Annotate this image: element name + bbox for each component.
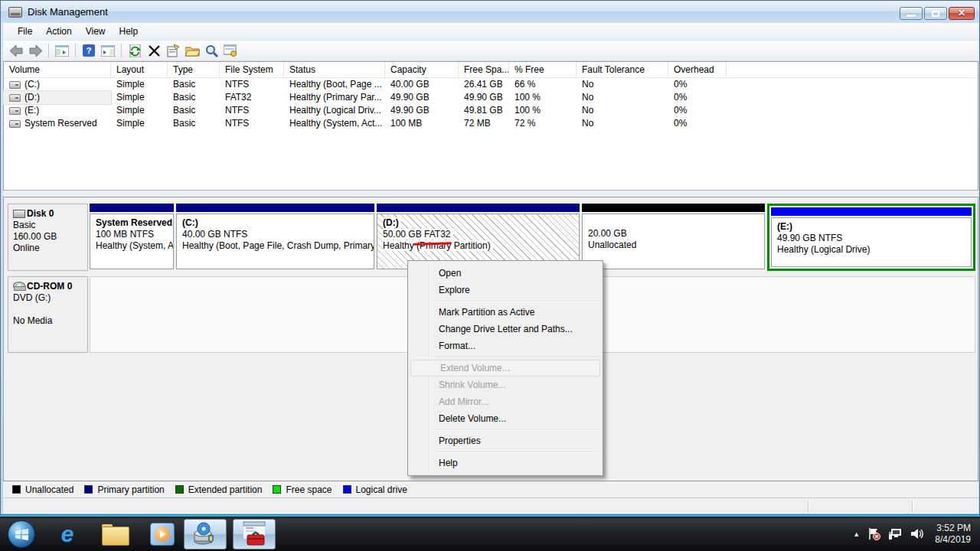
menu-item-format[interactable]: Format... [410,337,601,354]
pane-splitter[interactable] [3,190,978,197]
disk-icon [13,210,25,218]
col-status[interactable]: Status [284,62,385,78]
volume-list: Volume Layout Type File System Status Ca… [3,61,978,190]
table-cell: 100 % [509,104,577,117]
delete-icon[interactable] [145,42,162,59]
legend-extended-partition: Extended partition [175,484,263,495]
internet-explorer-icon[interactable]: e [52,519,83,549]
table-cell: Basic [168,117,220,130]
table-cell: No [577,117,668,130]
legend-primary-partition: Primary partition [84,484,164,495]
show-action-pane-icon[interactable] [100,42,116,59]
cdrom-header[interactable]: CD-ROM 0 DVD (G:) No Media [8,276,88,353]
minimize-button[interactable] [900,7,923,20]
action-center-flag-icon[interactable] [867,527,880,540]
table-cell: (D:) [4,91,111,104]
col-pct-free[interactable]: % Free [509,62,577,78]
partition-label: (C:) [182,217,198,228]
table-cell: Healthy (Primary Par... [284,91,385,104]
table-cell: 49.81 GB [459,104,509,117]
table-cell: Healthy (System, Act... [284,117,385,130]
partition-size: 20.00 GB [588,228,764,240]
partition-size: 49.90 GB NTFS [777,233,971,244]
table-cell: FAT32 [220,91,284,104]
partition-size: 100 MB NTFS [96,229,173,240]
menu-item-open[interactable]: Open [410,265,601,282]
table-cell: Healthy (Boot, Page ... [284,78,385,91]
menu-item-add-mirror[interactable]: Add Mirror... [410,393,601,410]
volume-row-c[interactable]: (C:) Simple Basic NTFS Healthy (Boot, Pa… [4,78,978,91]
search-icon[interactable] [203,42,220,59]
col-capacity[interactable]: Capacity [385,62,459,78]
menu-item-extend-volume[interactable]: Extend Volume... [410,360,600,377]
start-button[interactable] [8,520,35,548]
menu-item-delete-volume[interactable]: Delete Volume... [410,410,601,427]
close-button[interactable]: ✕ [949,7,975,20]
forward-icon[interactable] [27,42,44,59]
volume-row-d[interactable]: (D:) Simple Basic FAT32 Healthy (Primary… [4,91,978,104]
media-player-icon[interactable] [147,519,178,549]
table-cell: Simple [111,104,168,117]
disk-settings-icon[interactable] [222,42,239,59]
menu-separator [434,452,599,452]
menu-action[interactable]: Action [39,24,78,40]
cdrom-drive-letter: DVD (G:) [13,292,86,304]
system-tray: ▲ 3:52 PM 8/4/2019 [853,517,975,551]
partition-status: Healthy (Boot, Page File, Crash Dump, Pr… [182,240,374,252]
windows-explorer-icon[interactable] [100,519,130,549]
refresh-icon[interactable] [126,42,143,59]
legend-free-space: Free space [273,484,332,495]
table-cell: 72 MB [459,117,509,130]
open-folder-icon[interactable] [184,42,201,59]
menu-file[interactable]: File [11,24,39,40]
taskbar-button-disk-management[interactable] [184,519,227,549]
partition-label: (D:) [383,217,399,228]
table-cell: 26.41 GB [459,78,509,91]
show-hidden-icons-icon[interactable]: ▲ [853,530,860,538]
menu-item-help[interactable]: Help [410,455,601,471]
table-cell: NTFS [220,117,284,130]
menu-item-mark-partition-active[interactable]: Mark Partition as Active [410,304,601,321]
partition-system-reserved[interactable]: System Reserved 100 MB NTFS Healthy (Sys… [90,204,174,271]
close-icon: ✕ [949,8,974,19]
menu-view[interactable]: View [79,24,113,40]
menu-item-explore[interactable]: Explore [410,282,601,298]
back-icon[interactable] [8,42,24,59]
show-console-tree-icon[interactable] [54,42,70,59]
table-cell: Basic [168,91,220,104]
col-free-space[interactable]: Free Spa... [459,62,509,78]
properties-icon[interactable] [165,42,181,59]
taskbar-clock[interactable]: 3:52 PM 8/4/2019 [935,523,975,546]
col-fault-tolerance[interactable]: Fault Tolerance [577,62,668,78]
menu-help[interactable]: Help [113,24,145,40]
statusbar-separator [912,500,913,512]
partition-unallocated[interactable]: 20.00 GB Unallocated [582,204,765,271]
partition-status: Healthy (Logical Drive) [777,244,971,256]
taskbar-button-toolbox[interactable] [233,519,276,549]
col-overhead[interactable]: Overhead [668,62,727,78]
partition-label: System Reserved [96,217,172,228]
help-icon[interactable]: ? [80,42,97,59]
table-cell: No [577,104,668,117]
partition-c[interactable]: (C:) 40.00 GB NTFS Healthy (Boot, Page F… [176,204,374,271]
col-layout[interactable]: Layout [111,62,168,78]
volume-icon[interactable] [910,527,924,540]
col-file-system[interactable]: File System [220,62,284,78]
partition-context-menu: Open Explore Mark Partition as Active Ch… [407,260,603,476]
table-cell: No [577,78,668,91]
col-volume[interactable]: Volume [4,62,111,78]
volume-row-system-reserved[interactable]: System Reserved Simple Basic NTFS Health… [4,117,978,130]
menu-item-shrink-volume[interactable]: Shrink Volume... [410,377,601,393]
table-cell: 49.90 GB [385,104,459,117]
menu-item-properties[interactable]: Properties [410,432,601,449]
table-cell: 0% [668,104,727,117]
col-type[interactable]: Type [168,62,220,78]
volume-row-e[interactable]: (E:) Simple Basic NTFS Healthy (Logical … [4,104,978,117]
disk0-header[interactable]: Disk 0 Basic 160.00 GB Online [8,204,88,271]
maximize-button[interactable] [924,7,947,20]
unallocated-swatch [12,485,21,494]
menu-item-change-drive-letter[interactable]: Change Drive Letter and Paths... [410,321,601,337]
partition-e-logical[interactable]: (E:) 49.90 GB NTFS Healthy (Logical Driv… [767,204,975,271]
titlebar[interactable]: Disk Management ✕ [1,1,979,23]
network-icon[interactable] [888,527,903,540]
